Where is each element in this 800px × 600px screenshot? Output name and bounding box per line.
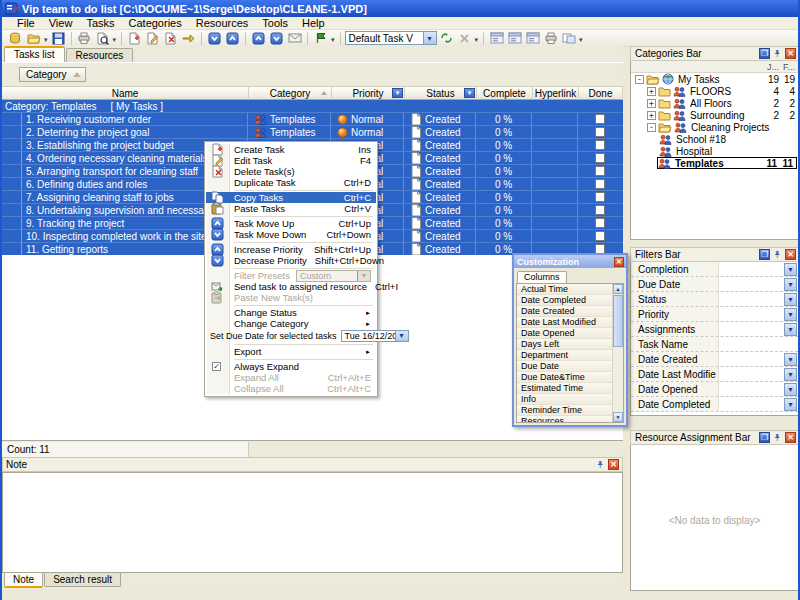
- chevron-down-icon[interactable]: ▼: [784, 278, 797, 291]
- note-editor[interactable]: [2, 472, 623, 573]
- tree-node-all-floors[interactable]: +All Floors22: [631, 97, 798, 109]
- column-option[interactable]: Reminder Time: [517, 405, 612, 416]
- group-row[interactable]: Category: Templates[ My Tasks ]: [2, 100, 623, 112]
- chevron-down-icon[interactable]: ▼: [784, 263, 797, 276]
- tab-tasks-list[interactable]: Tasks list: [4, 46, 65, 62]
- send2-icon[interactable]: [180, 31, 197, 46]
- close-icon[interactable]: ✕: [785, 432, 796, 443]
- menu-view[interactable]: View: [42, 17, 80, 29]
- print2-icon[interactable]: [542, 31, 559, 46]
- column-option[interactable]: Days Left: [517, 339, 612, 350]
- chevron-down-icon[interactable]: ▼: [784, 293, 797, 306]
- pin-icon[interactable]: 🖈: [595, 459, 606, 470]
- menu-item-change-category[interactable]: Change Category►: [206, 318, 376, 329]
- column-header-complete[interactable]: Complete: [477, 87, 533, 100]
- done-checkbox[interactable]: [595, 127, 605, 137]
- print-icon[interactable]: [76, 31, 93, 46]
- column-option[interactable]: Resources: [517, 416, 612, 423]
- scrollbar[interactable]: ▲ ▼: [612, 284, 623, 422]
- menu-item-decrease-priority[interactable]: Decrease PriorityShift+Ctrl+Down: [206, 255, 376, 266]
- toolbar-overflow-icon[interactable]: ▾: [113, 36, 117, 44]
- tree-node-my-tasks[interactable]: -My Tasks1919: [631, 73, 798, 85]
- done-checkbox[interactable]: [595, 140, 605, 150]
- expand-icon[interactable]: +: [647, 111, 656, 120]
- edit-icon[interactable]: [144, 31, 161, 46]
- scroll-down-icon[interactable]: ▼: [613, 412, 623, 422]
- tab-resources[interactable]: Resources: [66, 48, 134, 62]
- tab-note[interactable]: Note: [4, 573, 43, 588]
- filter-dropdown-icon[interactable]: ▼: [464, 88, 475, 98]
- flag-icon[interactable]: [312, 31, 329, 46]
- close-icon[interactable]: ✕: [614, 257, 624, 267]
- pin-icon[interactable]: 🖈: [772, 249, 783, 260]
- menu-item-export[interactable]: Export►: [206, 346, 376, 357]
- del-icon[interactable]: [162, 31, 179, 46]
- column-option[interactable]: Date Completed: [517, 295, 612, 306]
- column-option[interactable]: Department: [517, 350, 612, 361]
- tab-search-result[interactable]: Search result: [44, 573, 121, 587]
- restore-icon[interactable]: ❐: [759, 249, 770, 260]
- menu-item-task-move-up[interactable]: Task Move UpCtrl+Up: [206, 218, 376, 229]
- menu-item-duplicate-task[interactable]: Duplicate TaskCtrl+D: [206, 177, 376, 188]
- restore-icon[interactable]: ❐: [759, 432, 770, 443]
- menu-item-create-task[interactable]: Create TaskIns: [206, 144, 376, 155]
- task-row[interactable]: 1. Receiving customer orderTemplatesNorm…: [2, 112, 623, 125]
- close-icon[interactable]: ✕: [785, 249, 796, 260]
- done-checkbox[interactable]: [595, 166, 605, 176]
- new-icon[interactable]: [7, 31, 24, 46]
- menu-file[interactable]: File: [10, 17, 42, 29]
- menu-item-change-status[interactable]: Change Status►: [206, 307, 376, 318]
- task-row[interactable]: 2. Deterring the project goalTemplatesNo…: [2, 125, 623, 138]
- tree-node-cleaning-projects[interactable]: -Cleaning Projects: [631, 121, 798, 133]
- chevron-down-icon[interactable]: ▼: [784, 353, 797, 366]
- column-option[interactable]: Due Date: [517, 361, 612, 372]
- column-option[interactable]: Date Created: [517, 306, 612, 317]
- chevron-down-icon[interactable]: ▼: [784, 323, 797, 336]
- column-option[interactable]: Date Opened: [517, 328, 612, 339]
- tree-node-templates[interactable]: Templates1111: [631, 157, 798, 169]
- toolbar-overflow-icon[interactable]: ▾: [475, 36, 479, 44]
- due-date-combo[interactable]: Tue 16/12/2008▼: [341, 330, 409, 342]
- column-option[interactable]: Estimated Time: [517, 383, 612, 394]
- done-checkbox[interactable]: [595, 192, 605, 202]
- delx-icon[interactable]: [456, 31, 473, 46]
- menu-item-task-move-down[interactable]: Task Move DownCtrl+Down: [206, 229, 376, 240]
- expand-icon[interactable]: +: [647, 87, 656, 96]
- open-icon[interactable]: [25, 31, 42, 46]
- expand-icon[interactable]: +: [647, 99, 656, 108]
- up-icon[interactable]: [224, 31, 241, 46]
- bar2-icon[interactable]: [506, 31, 523, 46]
- scroll-up-icon[interactable]: ▲: [613, 284, 623, 294]
- done-checkbox[interactable]: [595, 114, 605, 124]
- column-option[interactable]: Info: [517, 394, 612, 405]
- column-header-name[interactable]: Name: [2, 87, 249, 100]
- filter-dropdown-icon[interactable]: ▼: [392, 88, 403, 98]
- chevron-down-icon[interactable]: ▼: [784, 398, 797, 411]
- column-option[interactable]: Date Last Modified: [517, 317, 612, 328]
- tab-columns[interactable]: Columns: [517, 271, 567, 283]
- close-icon[interactable]: ✕: [608, 459, 619, 470]
- done-checkbox[interactable]: [595, 153, 605, 163]
- group-by-category-button[interactable]: Category: [19, 67, 86, 82]
- inc-icon[interactable]: [250, 31, 267, 46]
- menu-item-edit-task[interactable]: Edit TaskF4: [206, 155, 376, 166]
- pin-icon[interactable]: 🖈: [772, 48, 783, 59]
- down-icon[interactable]: [206, 31, 223, 46]
- tree-node-hospital[interactable]: Hospital: [631, 145, 798, 157]
- menu-tools[interactable]: Tools: [255, 17, 295, 29]
- done-checkbox[interactable]: [595, 205, 605, 215]
- tree-node-school-18[interactable]: School #18: [631, 133, 798, 145]
- menu-item-increase-priority[interactable]: Increase PriorityShift+Ctrl+Up: [206, 244, 376, 255]
- menu-item-delete-task-s-[interactable]: Delete Task(s): [206, 166, 376, 177]
- menu-help[interactable]: Help: [295, 17, 332, 29]
- preview-icon[interactable]: [94, 31, 111, 46]
- menu-categories[interactable]: Categories: [122, 17, 189, 29]
- close-icon[interactable]: ✕: [785, 48, 796, 59]
- menu-resources[interactable]: Resources: [189, 17, 256, 29]
- apply-icon[interactable]: [438, 31, 455, 46]
- save-icon[interactable]: [50, 31, 67, 46]
- bar3-icon[interactable]: [524, 31, 541, 46]
- dec-icon[interactable]: [268, 31, 285, 46]
- mail-icon[interactable]: [286, 31, 303, 46]
- chevron-down-icon[interactable]: ▼: [784, 308, 797, 321]
